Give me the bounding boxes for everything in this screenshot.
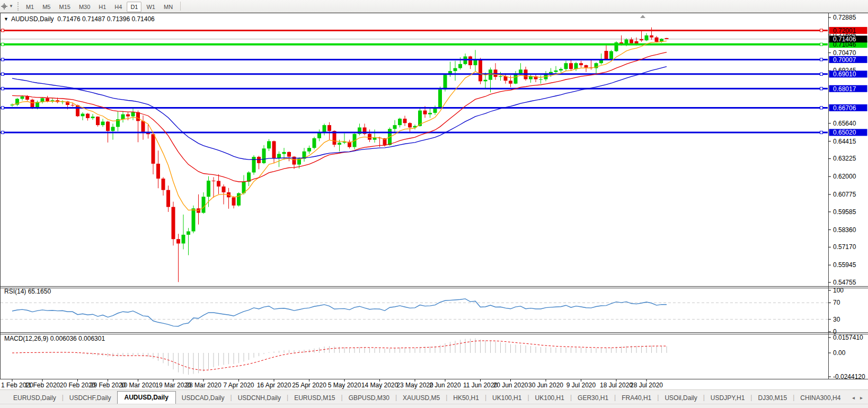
chart-tab-gbpusd-m30[interactable]: GBPUSD,M30 [343, 392, 395, 404]
hline-handle[interactable] [820, 58, 823, 61]
price-tick-label: 0.65640 [833, 120, 856, 127]
bull-candle [398, 119, 402, 125]
chart-tab-usdcad-daily[interactable]: USDCAD,Daily [176, 392, 231, 404]
chart-background [0, 13, 868, 389]
bull-candle [21, 96, 24, 99]
chart-tab-usdcnh-daily[interactable]: USDCNH,Daily [232, 392, 287, 404]
chevron-down-icon: ▼ [9, 4, 13, 8]
chart-tab-uk100-h1[interactable]: UK100,H1 [486, 392, 527, 404]
bear-candle [403, 119, 407, 123]
rsi-tick-label: 30 [833, 316, 840, 323]
bull-candle [529, 76, 533, 79]
one-click-trading-collapse-icon[interactable]: ▼ [4, 16, 8, 22]
bull-candle [549, 72, 553, 74]
tab-scroll-left-icon[interactable]: ◂ [852, 395, 855, 401]
bear-candle [96, 117, 100, 125]
chart-tab-audusd-daily[interactable]: AUDUSD,Daily [117, 391, 176, 404]
bear-candle [76, 105, 79, 117]
bull-candle [428, 113, 432, 114]
chart-tab-fra40-h1[interactable]: FRA40,H1 [616, 392, 657, 404]
chart-tab-hk50-h1[interactable]: HK50,H1 [447, 392, 485, 404]
hline-handle[interactable] [820, 87, 823, 90]
chart-tab-china300-h4[interactable]: CHINA300,H4 [794, 392, 846, 404]
bear-candle [217, 181, 220, 186]
price-label-0.69010: 0.69010 [829, 70, 867, 78]
rsi-tick-label: 70 [833, 299, 840, 306]
toolbar: ▼ M1M5M15M30H1H4D1W1MN [0, 0, 868, 13]
timeframe-button-m1[interactable]: M1 [22, 2, 38, 12]
timeframe-button-w1[interactable]: W1 [143, 2, 159, 12]
date-tick-label: 28 Jul 2020 [630, 382, 663, 389]
tab-scroll-right-icon[interactable]: ▸ [860, 395, 863, 401]
hline-handle[interactable] [820, 73, 823, 75]
chart-tab-usoil-daily[interactable]: USOil,Daily [659, 392, 703, 404]
hline-handle[interactable] [2, 29, 4, 32]
bull-candle [267, 141, 271, 148]
timeframe-button-m30[interactable]: M30 [75, 2, 94, 12]
chart-tab-xauusd-m5[interactable]: XAUUSD,M5 [397, 392, 446, 404]
bear-candle [640, 39, 643, 40]
horizontal-line-0.71046[interactable] [0, 43, 828, 46]
bear-candle [468, 57, 472, 66]
hline-handle[interactable] [2, 107, 4, 109]
chart-canvas[interactable]: 0.728850.716950.704700.692450.656400.644… [0, 13, 868, 389]
bull-candle [433, 108, 437, 113]
bear-candle [650, 36, 653, 38]
bull-candle [202, 197, 206, 212]
timeframe-button-h1[interactable]: H1 [95, 2, 110, 12]
hline-handle[interactable] [2, 87, 4, 90]
bull-candle [237, 193, 241, 206]
chart-tab-eurusd-m15[interactable]: EURUSD,M15 [288, 392, 341, 404]
bear-candle [212, 181, 216, 181]
toolbar-grip[interactable] [17, 2, 19, 11]
bull-candle [307, 148, 311, 152]
hline-handle[interactable] [2, 73, 4, 75]
bear-candle [156, 164, 160, 179]
timeframe-button-d1[interactable]: D1 [127, 2, 141, 12]
bull-candle [484, 80, 488, 82]
hline-handle[interactable] [820, 29, 823, 32]
timeframe-button-mn[interactable]: MN [160, 2, 176, 12]
bull-candle [373, 138, 377, 140]
bear-candle [423, 111, 427, 114]
bear-candle [172, 207, 175, 240]
chart-tab-uk100-h1[interactable]: UK100,H1 [529, 392, 570, 404]
chart-tab-ger30-h1[interactable]: GER30,H1 [572, 392, 614, 404]
status-strip [0, 404, 868, 408]
timeframe-button-m5[interactable]: M5 [39, 2, 54, 12]
macd-tick-label: 0.0157410 [833, 334, 863, 341]
chart-tab-eurusd-daily[interactable]: EURUSD,Daily [7, 392, 62, 404]
price-label-text: 0.65020 [833, 129, 856, 136]
tab-scroll-arrows: ◂ ▸ [852, 395, 868, 404]
crosshair-tool-button[interactable]: ▼ [0, 2, 15, 11]
hline-handle[interactable] [820, 43, 823, 46]
bull-candle [277, 154, 281, 158]
bear-candle [71, 105, 75, 105]
timeframe-button-h4[interactable]: H4 [111, 2, 126, 12]
chart-tab-dj30-m15[interactable]: DJ30,M15 [752, 392, 793, 404]
date-tick-label: 9 Jul 2020 [566, 382, 596, 389]
hline-handle[interactable] [820, 107, 823, 109]
bull-candle [111, 127, 115, 131]
chart-tab-bar: EURUSD,Daily|USDCHF,DailyAUDUSD,DailyUSD… [0, 389, 868, 404]
hline-handle[interactable] [2, 131, 4, 134]
chart-tab-usdchf-daily[interactable]: USDCHF,Daily [64, 392, 117, 404]
timeframe-button-m15[interactable]: M15 [55, 2, 74, 12]
bear-candle [569, 63, 573, 69]
bear-candle [46, 98, 49, 101]
chart-tab-usdjpy-h1[interactable]: USDJPY,H1 [705, 392, 750, 404]
hline-handle[interactable] [2, 58, 4, 61]
rsi-tick-label: 100 [833, 287, 844, 294]
bull-candle [539, 79, 543, 80]
hline-handle[interactable] [2, 43, 4, 46]
hline-handle[interactable] [820, 131, 823, 134]
bear-candle [152, 134, 155, 164]
date-tick-label: 5 May 2020 [328, 382, 361, 389]
bear-candle [166, 190, 170, 207]
bull-candle [599, 60, 603, 64]
price-label-text: 0.71406 [833, 36, 856, 43]
chart-tabs: EURUSD,Daily|USDCHF,DailyAUDUSD,DailyUSD… [0, 390, 852, 404]
bull-candle [438, 90, 442, 108]
price-label-text: 0.68017 [833, 85, 856, 93]
bull-candle [645, 36, 649, 40]
